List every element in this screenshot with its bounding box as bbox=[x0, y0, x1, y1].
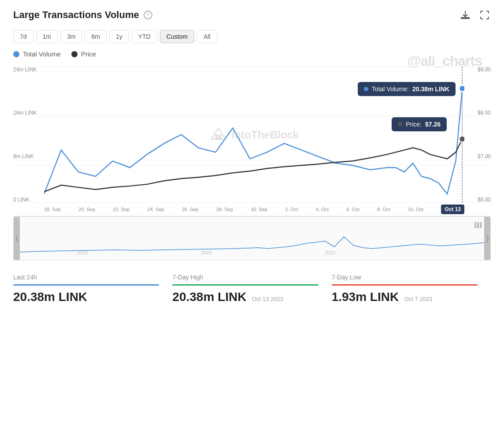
tooltip-volume-dot bbox=[364, 87, 368, 91]
filter-all[interactable]: All bbox=[197, 30, 217, 43]
stat-label-2: 7-Day Low bbox=[332, 274, 478, 281]
y-axis-left: 24m LINK 16m LINK 8m LINK 0 LINK bbox=[13, 67, 44, 203]
y-right-1: $8.00 bbox=[478, 110, 491, 116]
x-label-6: 30. Sep bbox=[251, 207, 267, 212]
stat-7day-low: 7-Day Low 1.93m LINK Oct 7 2023 bbox=[332, 269, 491, 308]
filter-custom[interactable]: Custom bbox=[160, 30, 194, 43]
stat-value-text-0: 20.38m LINK bbox=[13, 290, 87, 304]
tooltip-volume-value: 20.38m LINK bbox=[412, 85, 449, 93]
legend-price: Price bbox=[71, 50, 96, 58]
y-right-0: $9.00 bbox=[478, 67, 491, 73]
filter-3m[interactable]: 3m bbox=[60, 30, 82, 43]
svg-text:2018: 2018 bbox=[77, 250, 88, 255]
y-axis-right: $9.00 $8.00 $7.00 $6.00 bbox=[464, 67, 491, 203]
x-label-11: 10. Oct bbox=[408, 207, 423, 212]
filter-ytd[interactable]: YTD bbox=[132, 30, 157, 43]
x-label-10: 8. Oct bbox=[377, 207, 390, 212]
stat-underline-1 bbox=[172, 284, 318, 286]
legend-dot-dark bbox=[71, 51, 78, 57]
tooltip-price-label: Price: bbox=[406, 121, 422, 128]
tooltip-volume: Total Volume: 20.38m LINK bbox=[358, 82, 456, 96]
header-icons bbox=[459, 9, 491, 21]
filter-6m[interactable]: 6m bbox=[85, 30, 106, 43]
x-label-3: 24. Sep bbox=[148, 207, 164, 212]
stat-underline-2 bbox=[332, 284, 478, 286]
svg-point-4 bbox=[459, 136, 464, 142]
svg-text:2022: 2022 bbox=[325, 250, 335, 255]
stat-label-0: Last 24h bbox=[13, 274, 159, 281]
filter-1y[interactable]: 1y bbox=[109, 30, 129, 43]
legend-label-price: Price bbox=[81, 50, 96, 58]
y-left-1: 16m LINK bbox=[13, 110, 44, 116]
chart-header: Large Transactions Volume ? bbox=[13, 9, 491, 21]
stat-label-1: 7-Day High bbox=[172, 274, 318, 281]
y-left-0: 24m LINK bbox=[13, 67, 44, 73]
stat-value-1: 20.38m LINK Oct 13 2023 bbox=[172, 290, 318, 304]
tooltip-price-dot bbox=[398, 122, 402, 126]
x-axis: 18. Sep 20. Sep 22. Sep 24. Sep 26. Sep … bbox=[44, 203, 464, 216]
stat-value-0: 20.38m LINK bbox=[13, 290, 159, 304]
time-filters: 7d 1m 3m 6m 1y YTD Custom All bbox=[13, 30, 491, 43]
x-label-9: 6. Oct bbox=[346, 207, 359, 212]
legend-label-volume: Total Volume bbox=[23, 50, 61, 58]
tooltip-price: Price: $7.26 bbox=[392, 117, 447, 131]
help-icon[interactable]: ? bbox=[144, 11, 152, 19]
stat-date-2: Oct 7 2023 bbox=[404, 296, 433, 302]
x-label-1: 20. Sep bbox=[78, 207, 95, 212]
x-label-date: Oct 13 bbox=[441, 204, 464, 214]
x-label-4: 26. Sep bbox=[182, 207, 199, 212]
chart-area: 24m LINK 16m LINK 8m LINK 0 LINK $9.00 $… bbox=[13, 67, 491, 260]
expand-icon[interactable] bbox=[478, 9, 491, 21]
stat-value-text-2: 1.93m LINK bbox=[332, 290, 399, 304]
x-label-2: 22. Sep bbox=[113, 207, 130, 212]
filter-7d[interactable]: 7d bbox=[13, 30, 33, 43]
navigator-handle-left[interactable]: 〈 bbox=[14, 217, 20, 260]
stats-section: Last 24h 20.38m LINK 7-Day High 20.38m L… bbox=[13, 269, 491, 308]
y-right-2: $7.00 bbox=[478, 153, 491, 160]
y-right-3: $6.00 bbox=[478, 197, 491, 203]
stat-value-2: 1.93m LINK Oct 7 2023 bbox=[332, 290, 478, 304]
download-icon[interactable] bbox=[459, 9, 471, 21]
navigator-handle-right[interactable]: 〉 bbox=[484, 217, 490, 260]
page-title: Large Transactions Volume bbox=[13, 9, 139, 21]
chart-navigator: 〈 〉 2018 2020 2022 bbox=[13, 216, 491, 260]
stat-value-text-1: 20.38m LINK bbox=[172, 290, 246, 304]
navigator-svg: 2018 2020 2022 bbox=[20, 221, 491, 256]
chart-wrapper: 24m LINK 16m LINK 8m LINK 0 LINK $9.00 $… bbox=[13, 67, 491, 216]
x-label-7: 2. Oct bbox=[285, 207, 298, 212]
filter-1m[interactable]: 1m bbox=[36, 30, 58, 43]
stat-underline-0 bbox=[13, 284, 159, 286]
x-label-0: 18. Sep bbox=[44, 207, 61, 212]
tooltip-price-value: $7.26 bbox=[425, 121, 441, 128]
svg-point-3 bbox=[459, 85, 464, 92]
legend-total-volume: Total Volume bbox=[13, 50, 61, 58]
tooltip-volume-label: Total Volume: bbox=[372, 85, 409, 93]
x-label-8: 4. Oct bbox=[316, 207, 329, 212]
chart-legend: Total Volume Price bbox=[13, 50, 491, 58]
legend-dot-blue bbox=[13, 51, 19, 57]
svg-text:2020: 2020 bbox=[201, 250, 211, 255]
stat-last-24h: Last 24h 20.38m LINK bbox=[13, 269, 172, 308]
y-left-3: 0 LINK bbox=[13, 197, 44, 203]
stat-date-1: Oct 13 2023 bbox=[252, 296, 283, 302]
title-area: Large Transactions Volume ? bbox=[13, 9, 152, 21]
y-left-2: 8m LINK bbox=[13, 153, 44, 160]
x-label-5: 28. Sep bbox=[216, 207, 233, 212]
stat-7day-high: 7-Day High 20.38m LINK Oct 13 2023 bbox=[172, 269, 331, 308]
